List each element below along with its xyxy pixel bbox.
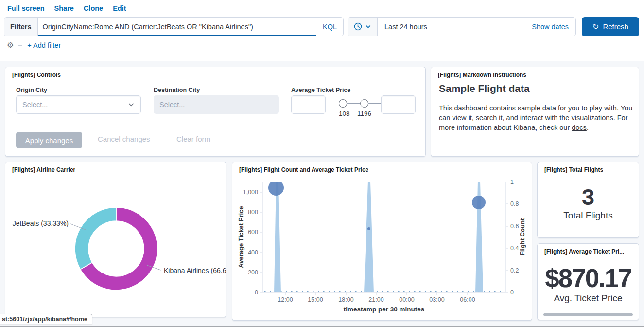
price-max-input[interactable] [381, 95, 416, 114]
price-min-input[interactable] [291, 95, 326, 114]
kql-query-text: OriginCityName:Rome AND (Carrier:JetBeat… [43, 23, 253, 31]
axis-tick-label: 15:00 [308, 296, 323, 303]
axis-tick-label: 0.8 [510, 200, 519, 207]
axis-tick-label: 1,000 [243, 189, 258, 196]
clone-link[interactable]: Clone [84, 4, 103, 12]
panel-total-flights: [Flights] Total Flights 3 Total Flights [537, 162, 639, 238]
total-flights-value: 3 [538, 185, 639, 208]
chevron-down-icon [128, 101, 135, 108]
axis-tick-label: 0 [255, 289, 258, 296]
x-axis-title: timestamp per 30 minutes [344, 306, 425, 313]
filters-dropdown-button[interactable]: Filters [4, 18, 38, 36]
kibana-dashboard-page: Full screen Share Clone Edit Filters Ori… [0, 0, 644, 327]
destination-city-label: Destination City [154, 87, 200, 93]
axis-tick-label: 12:00 [278, 296, 293, 303]
horizontal-scrollbar[interactable] [543, 313, 633, 316]
add-filter-link[interactable]: + Add filter [27, 41, 61, 49]
origin-city-select[interactable]: Select... [16, 95, 141, 114]
panel-flights-controls: [Flights] Controls Origin City Select...… [5, 67, 426, 157]
panel-avg-ticket-price: [Flights] Average Ticket Pri... $870.17 … [537, 243, 639, 320]
total-flights-label: Total Flights [538, 210, 639, 221]
slider-handle-min[interactable] [339, 99, 347, 108]
price-bubble[interactable] [472, 196, 486, 209]
filter-options-gear-icon[interactable]: ⚙ [7, 41, 14, 49]
area-spike[interactable] [364, 182, 374, 292]
price-bubble[interactable] [367, 227, 370, 230]
filter-bar-divider [18, 45, 22, 46]
chevron-down-icon [365, 23, 371, 30]
avg-price-bubble-series[interactable] [268, 180, 486, 230]
callout-jetbeats: JetBeats (33.33%) [13, 219, 69, 227]
dashboard-toolbar: Full screen Share Clone Edit [0, 0, 644, 15]
panel-title: [Flights] Markdown Instructions [438, 72, 526, 78]
clock-icon [354, 22, 362, 31]
axis-tick-label: 03:00 [429, 296, 444, 303]
left-axis-ticks: 1,000 800 600 400 200 0 [243, 189, 262, 296]
time-picker: Last 24 hours Show dates [348, 17, 576, 36]
text-caret [254, 22, 254, 31]
panel-title: [Flights] Controls [12, 72, 61, 78]
panel-airline-carrier: [Flights] Airline Carrier JetBeats (33.3… [5, 162, 226, 317]
x-axis-ticks: 12:00 15:00 18:00 21:00 00:00 03:00 06:0… [278, 292, 475, 303]
area-spike[interactable] [274, 182, 281, 292]
time-range-value[interactable]: Last 24 hours [378, 23, 525, 31]
axis-tick-label: 0.2 [510, 267, 519, 274]
panel-title: [Flights] Average Ticket Pri... [544, 248, 624, 255]
origin-city-label: Origin City [16, 87, 47, 93]
share-link[interactable]: Share [54, 4, 74, 12]
slider-max-value: 1196 [357, 110, 371, 117]
query-bar-row: Filters OriginCityName:Rome AND (Carrier… [0, 15, 644, 36]
flight-count-area-series[interactable] [274, 182, 483, 292]
destination-city-placeholder: Select... [159, 101, 185, 109]
axis-tick-label: 1 [510, 179, 514, 185]
browser-status-url-tooltip: st:5601/zjx/app/kibana#/home [0, 314, 92, 324]
query-bar: Filters OriginCityName:Rome AND (Carrier… [4, 17, 344, 36]
right-axis-ticks: 1 0.8 0.6 0.4 0.2 0 [506, 179, 519, 296]
axis-tick-label: 21:00 [368, 296, 383, 303]
refresh-button[interactable]: ↻ Refresh [582, 17, 639, 36]
panel-flight-count-avg-price: [Flights] Flight Count and Average Ticke… [232, 162, 532, 321]
slider-handle-max[interactable] [360, 99, 368, 108]
avg-ticket-price-label: Avg. Ticket Price [538, 293, 639, 304]
kql-query-input[interactable]: OriginCityName:Rome AND (Carrier:JetBeat… [38, 18, 316, 36]
axis-tick-label: 00:00 [399, 296, 414, 303]
docs-link[interactable]: docs [572, 124, 587, 131]
axis-tick-label: 600 [248, 229, 258, 236]
markdown-text: This dashboard contains sample data for … [439, 104, 632, 131]
flight-count-chart: 1,000 800 600 400 200 0 1 0.8 0.6 0.4 0.… [232, 162, 532, 320]
kql-language-button[interactable]: KQL [316, 18, 343, 36]
clear-form-button[interactable]: Clear form [176, 135, 210, 143]
axis-tick-label: 400 [248, 249, 258, 256]
callout-kibana-airlines: Kibana Airlines (66.67 [164, 267, 226, 274]
dashboard-grid: [Flights] Controls Origin City Select...… [0, 61, 644, 327]
axis-tick-label: 0.6 [510, 223, 519, 230]
avg-ticket-price-label: Average Ticket Price [291, 87, 350, 93]
refresh-icon: ↻ [592, 23, 599, 31]
full-screen-link[interactable]: Full screen [7, 4, 45, 12]
avg-ticket-price-value: $870.17 [538, 265, 639, 291]
time-picker-quick-menu-button[interactable] [348, 18, 378, 36]
axis-tick-label: 0 [510, 289, 514, 296]
origin-city-placeholder: Select... [22, 101, 48, 109]
refresh-label: Refresh [603, 22, 628, 31]
right-axis-title: Flight Count [519, 218, 526, 255]
left-axis-title: Average Ticket Price [237, 206, 244, 268]
panel-title: [Flights] Total Flights [544, 166, 603, 173]
axis-tick-label: 0.4 [510, 245, 519, 252]
destination-city-select[interactable]: Select... [154, 95, 279, 114]
edit-link[interactable]: Edit [113, 4, 126, 12]
markdown-text-end: . [587, 124, 589, 131]
axis-tick-label: 06:00 [460, 296, 475, 303]
axis-tick-label: 18:00 [338, 296, 353, 303]
donut-slice-jetbeats[interactable] [75, 207, 116, 270]
panel-markdown-instructions: [Flights] Markdown Instructions Sample F… [431, 67, 639, 157]
price-bubble[interactable] [268, 180, 284, 196]
axis-tick-label: 200 [248, 269, 258, 276]
markdown-heading: Sample Flight data [439, 83, 530, 94]
apply-changes-button[interactable]: Apply changes [16, 132, 82, 148]
cancel-changes-button[interactable]: Cancel changes [98, 135, 150, 143]
airline-carrier-donut-chart: JetBeats (33.33%) Kibana Airlines (66.67 [5, 162, 226, 317]
filter-bar: ⚙ + Add filter [0, 36, 644, 55]
show-dates-link[interactable]: Show dates [525, 23, 575, 31]
markdown-body: This dashboard contains sample data for … [439, 103, 634, 132]
